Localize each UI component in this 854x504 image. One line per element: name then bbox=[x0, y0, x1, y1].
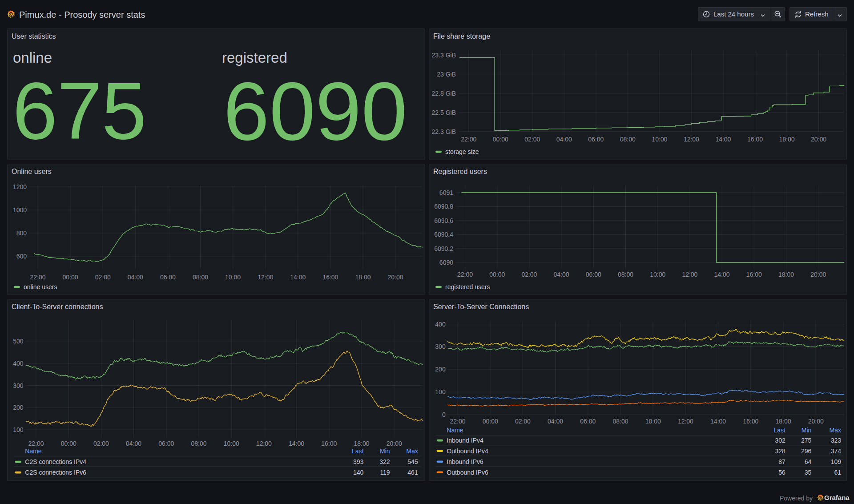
svg-text:Max: Max bbox=[830, 427, 841, 434]
svg-text:02:00: 02:00 bbox=[524, 136, 540, 143]
svg-text:500: 500 bbox=[13, 338, 24, 345]
svg-text:800: 800 bbox=[16, 230, 27, 237]
svg-text:C2S connections IPv4: C2S connections IPv4 bbox=[25, 458, 86, 465]
svg-text:Last: Last bbox=[352, 448, 364, 455]
svg-text:08:00: 08:00 bbox=[620, 136, 636, 143]
svg-text:6091: 6091 bbox=[439, 189, 453, 196]
svg-text:100: 100 bbox=[13, 426, 24, 433]
svg-text:16:00: 16:00 bbox=[743, 418, 758, 425]
svg-text:18:00: 18:00 bbox=[775, 418, 791, 425]
svg-text:23.3 GiB: 23.3 GiB bbox=[432, 52, 456, 59]
svg-text:04:00: 04:00 bbox=[548, 418, 563, 425]
svg-text:22:00: 22:00 bbox=[30, 274, 45, 281]
svg-text:1000: 1000 bbox=[13, 206, 27, 214]
svg-text:14:00: 14:00 bbox=[290, 274, 306, 281]
svg-text:14:00: 14:00 bbox=[715, 136, 731, 143]
svg-text:400: 400 bbox=[435, 321, 446, 328]
svg-text:Outbound IPv4: Outbound IPv4 bbox=[447, 448, 488, 455]
svg-text:18:00: 18:00 bbox=[778, 271, 794, 278]
svg-text:08:00: 08:00 bbox=[191, 440, 206, 447]
svg-text:20:00: 20:00 bbox=[811, 136, 826, 143]
svg-text:02:00: 02:00 bbox=[515, 418, 531, 425]
svg-text:10:00: 10:00 bbox=[224, 440, 239, 447]
svg-text:06:00: 06:00 bbox=[580, 418, 596, 425]
svg-text:109: 109 bbox=[831, 458, 842, 465]
svg-text:140: 140 bbox=[353, 469, 364, 476]
svg-text:16:00: 16:00 bbox=[747, 136, 763, 143]
svg-text:20:00: 20:00 bbox=[810, 271, 826, 278]
svg-text:Outbound IPv6: Outbound IPv6 bbox=[447, 469, 488, 476]
svg-text:Name: Name bbox=[447, 427, 463, 434]
svg-text:12:00: 12:00 bbox=[682, 271, 697, 278]
svg-text:200: 200 bbox=[13, 404, 24, 411]
svg-text:0: 0 bbox=[442, 411, 446, 418]
svg-text:64: 64 bbox=[805, 458, 812, 465]
svg-text:275: 275 bbox=[801, 437, 812, 444]
svg-text:04:00: 04:00 bbox=[556, 136, 572, 143]
svg-text:06:00: 06:00 bbox=[158, 440, 174, 447]
svg-text:22.3 GiB: 22.3 GiB bbox=[432, 128, 456, 135]
svg-text:10:00: 10:00 bbox=[652, 136, 667, 143]
svg-text:registered users: registered users bbox=[445, 283, 490, 290]
svg-text:393: 393 bbox=[353, 458, 364, 465]
svg-text:20:00: 20:00 bbox=[808, 418, 824, 425]
svg-text:16:00: 16:00 bbox=[322, 274, 338, 281]
svg-text:08:00: 08:00 bbox=[612, 418, 628, 425]
svg-text:119: 119 bbox=[380, 469, 390, 476]
svg-text:00:00: 00:00 bbox=[63, 274, 78, 281]
svg-text:00:00: 00:00 bbox=[483, 418, 498, 425]
svg-text:16:00: 16:00 bbox=[321, 440, 337, 447]
svg-text:400: 400 bbox=[13, 360, 24, 367]
svg-text:Min: Min bbox=[802, 427, 812, 434]
svg-text:22.8 GiB: 22.8 GiB bbox=[432, 90, 456, 97]
svg-text:10:00: 10:00 bbox=[225, 274, 241, 281]
svg-text:20:00: 20:00 bbox=[387, 440, 402, 447]
svg-text:18:00: 18:00 bbox=[354, 440, 369, 447]
svg-text:06:00: 06:00 bbox=[586, 271, 601, 278]
svg-text:600: 600 bbox=[16, 253, 27, 260]
svg-text:02:00: 02:00 bbox=[93, 440, 109, 447]
svg-text:14:00: 14:00 bbox=[714, 271, 730, 278]
svg-text:00:00: 00:00 bbox=[489, 271, 505, 278]
svg-text:14:00: 14:00 bbox=[289, 440, 304, 447]
svg-text:Inbound IPv6: Inbound IPv6 bbox=[447, 458, 483, 465]
svg-text:461: 461 bbox=[407, 469, 418, 476]
svg-text:300: 300 bbox=[435, 343, 446, 350]
svg-text:87: 87 bbox=[778, 458, 786, 465]
svg-text:6090: 6090 bbox=[439, 259, 453, 266]
svg-text:12:00: 12:00 bbox=[678, 418, 693, 425]
svg-text:22:00: 22:00 bbox=[457, 271, 473, 278]
svg-text:06:00: 06:00 bbox=[160, 274, 176, 281]
svg-text:23 GiB: 23 GiB bbox=[437, 71, 456, 78]
svg-text:16:00: 16:00 bbox=[746, 271, 762, 278]
svg-text:08:00: 08:00 bbox=[193, 274, 208, 281]
svg-text:328: 328 bbox=[775, 448, 786, 455]
svg-text:374: 374 bbox=[831, 448, 842, 455]
svg-text:56: 56 bbox=[778, 469, 786, 476]
svg-text:Last: Last bbox=[773, 427, 786, 434]
svg-text:06:00: 06:00 bbox=[588, 136, 604, 143]
svg-text:04:00: 04:00 bbox=[554, 271, 569, 278]
svg-text:6090.4: 6090.4 bbox=[434, 231, 453, 238]
svg-text:22:00: 22:00 bbox=[450, 418, 465, 425]
svg-text:22:00: 22:00 bbox=[461, 136, 476, 143]
svg-text:35: 35 bbox=[805, 469, 812, 476]
svg-text:12:00: 12:00 bbox=[258, 274, 273, 281]
svg-text:6090.8: 6090.8 bbox=[434, 203, 453, 210]
svg-text:12:00: 12:00 bbox=[256, 440, 272, 447]
svg-text:00:00: 00:00 bbox=[493, 136, 508, 143]
svg-text:18:00: 18:00 bbox=[779, 136, 794, 143]
svg-text:18:00: 18:00 bbox=[355, 274, 371, 281]
svg-text:10:00: 10:00 bbox=[645, 418, 661, 425]
svg-text:100: 100 bbox=[435, 388, 446, 395]
svg-text:12:00: 12:00 bbox=[684, 136, 699, 143]
svg-text:302: 302 bbox=[775, 437, 786, 444]
svg-text:14:00: 14:00 bbox=[710, 418, 726, 425]
svg-text:04:00: 04:00 bbox=[126, 440, 141, 447]
svg-text:61: 61 bbox=[834, 469, 841, 476]
svg-text:322: 322 bbox=[379, 458, 390, 465]
svg-text:online users: online users bbox=[24, 283, 57, 290]
svg-text:Max: Max bbox=[406, 448, 418, 455]
svg-text:296: 296 bbox=[801, 448, 812, 455]
svg-text:04:00: 04:00 bbox=[128, 274, 143, 281]
